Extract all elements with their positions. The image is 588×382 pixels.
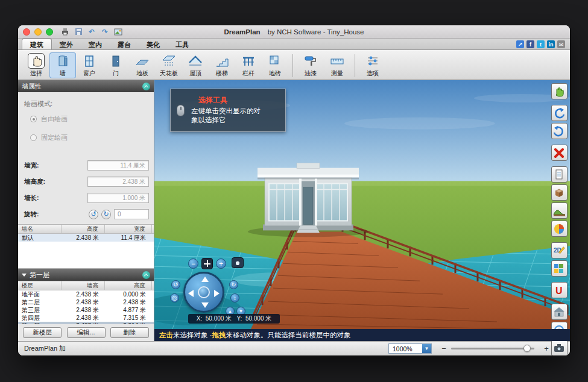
updown-arrow-icon: ↕ [233, 295, 236, 301]
tool-paint[interactable]: 油漆 [297, 52, 324, 78]
orbit-right-button[interactable] [551, 123, 567, 139]
texture-button[interactable] [551, 184, 567, 201]
radio-icon [30, 116, 37, 122]
arrow-right-icon[interactable] [214, 290, 220, 297]
arrow-up-icon[interactable] [201, 277, 209, 282]
radio-free-draw[interactable]: 自由绘画 [30, 114, 154, 124]
building-view-button[interactable] [551, 304, 567, 320]
zoom-slider[interactable] [451, 348, 534, 349]
facebook-button[interactable]: f [526, 40, 534, 48]
table-row[interactable]: 第四层 2.438 米 7.315 米 [18, 314, 154, 322]
arrow-down-icon[interactable] [201, 302, 209, 308]
delete-floor-button[interactable]: 删除 [110, 327, 149, 338]
undo-button[interactable]: ↶ [87, 27, 96, 36]
email-button[interactable]: ✉ [557, 40, 565, 48]
up-triangle-icon: ▲ [228, 309, 232, 313]
tab-deck[interactable]: 露台 [110, 39, 139, 49]
twitter-button[interactable]: t [537, 40, 545, 48]
plus-icon: + [219, 260, 223, 268]
collapse-panel-button[interactable] [142, 271, 150, 279]
zoom-window-button[interactable] [46, 28, 53, 36]
tool-window[interactable]: 窗户 [76, 52, 103, 78]
tool-door[interactable]: 门 [103, 52, 129, 78]
copy-button[interactable] [551, 166, 567, 183]
rotate-input[interactable] [114, 209, 149, 219]
screenshot-stage: ↶ ↷ DreamPlanby NCH Software - Tiny_Hous… [0, 0, 588, 382]
linkedin-button[interactable]: in [547, 40, 555, 48]
rotate-right-button[interactable]: ↻ [229, 280, 238, 289]
tool-floor[interactable]: 地板 [129, 52, 156, 78]
rotate-cw-button[interactable]: ↻ [101, 210, 111, 219]
app-window: ↶ ↷ DreamPlanby NCH Software - Tiny_Hous… [18, 25, 570, 355]
floppy-icon [75, 28, 83, 36]
viewport-3d[interactable]: 选择工具 左键单击突出显示的对 象以选择它 − + [154, 80, 570, 341]
tab-outdoor[interactable]: 室外 [52, 39, 81, 49]
undo-button[interactable]: U [551, 282, 567, 298]
rotate-left-button[interactable]: ↺ [171, 280, 180, 289]
camera-view-button[interactable] [232, 257, 244, 268]
pan-mode-button[interactable] [201, 258, 213, 269]
floors-col-wallheight[interactable]: 墙高 [62, 281, 105, 290]
tilt-button[interactable]: ↕ [230, 293, 239, 302]
floors-col-elevation[interactable]: 高度 [105, 281, 152, 290]
tool-tile[interactable]: 地砖 [262, 52, 288, 78]
tool-railing[interactable]: 栏杆 [235, 52, 262, 78]
camera-button[interactable] [551, 340, 567, 355]
orbit-button[interactable]: ◎ [170, 293, 179, 302]
redo-button[interactable]: ↷ [100, 27, 110, 36]
tab-building[interactable]: 建筑 [22, 39, 52, 49]
zoom-in-button[interactable]: + [216, 258, 226, 269]
save-button[interactable] [74, 27, 83, 36]
tab-interior[interactable]: 室内 [81, 39, 110, 49]
ceiling-icon [161, 54, 177, 68]
table-row[interactable]: 默认 2.438 米 11.4 厘米 [18, 234, 154, 242]
zoom-out-button[interactable]: − [188, 258, 198, 269]
compass-center-button[interactable] [198, 286, 210, 298]
new-floor-button[interactable]: 新楼层 [23, 327, 62, 338]
collapse-panel-button[interactable] [142, 83, 150, 90]
tab-landscaping[interactable]: 美化 [139, 39, 168, 49]
view-2d-button[interactable]: 2D [551, 242, 567, 258]
tool-measure[interactable]: 测量 [324, 52, 350, 78]
delete-button[interactable] [551, 145, 567, 161]
walls-col-name[interactable]: 墙名 [18, 225, 62, 233]
table-row[interactable]: 地平面 2.438 米 0.000 米 [18, 290, 154, 298]
rotate-ccw-button[interactable]: ↺ [89, 210, 98, 219]
tool-ceiling[interactable]: 天花板 [156, 52, 182, 78]
zoom-slider-plus[interactable]: + [543, 344, 550, 353]
minimize-window-button[interactable] [34, 28, 42, 36]
walls-col-height[interactable]: 高度 [62, 225, 105, 233]
table-row[interactable]: 第三层 2.438 米 4.877 米 [18, 306, 154, 314]
snapshot-button[interactable] [113, 27, 123, 36]
tool-options[interactable]: 选项 [359, 52, 386, 78]
print-button[interactable] [60, 27, 70, 36]
tool-wall[interactable]: 墙 [49, 52, 76, 78]
terrain-button[interactable] [551, 202, 567, 219]
radio-fixed-draw[interactable]: 固定绘画 [30, 133, 154, 142]
floor-panel-header: 第一层 [18, 269, 154, 281]
pan-tool-button[interactable] [551, 83, 567, 99]
chart-button[interactable] [551, 221, 567, 237]
table-row[interactable]: 第二层 2.438 米 2.438 米 [18, 298, 154, 306]
tab-tools[interactable]: 工具 [168, 39, 197, 49]
walls-col-width[interactable]: 宽度 [105, 225, 152, 233]
zoom-select[interactable]: 1000% ▼ [388, 343, 432, 354]
wall-length-input[interactable] [87, 193, 149, 203]
arrow-left-icon[interactable] [188, 290, 194, 297]
tool-stairs[interactable]: 楼梯 [209, 52, 235, 78]
collapse-triangle-icon[interactable] [22, 274, 27, 277]
share-button[interactable]: ↗ [516, 40, 524, 48]
plan-view-button[interactable] [551, 260, 567, 277]
tool-roof[interactable]: 屋顶 [182, 52, 209, 78]
floors-col-story[interactable]: 楼层 [18, 281, 62, 290]
wall-width-input[interactable] [87, 160, 149, 171]
edit-floor-button[interactable]: 编辑... [67, 327, 106, 338]
tool-select[interactable]: 选择 [23, 52, 49, 78]
zoom-slider-minus[interactable]: − [440, 344, 447, 353]
close-window-button[interactable] [23, 28, 30, 36]
undo-arrow-icon: ↶ [89, 28, 95, 36]
orbit-left-button[interactable] [551, 105, 567, 121]
zoom-slider-knob[interactable] [523, 345, 531, 352]
compass-control[interactable] [183, 272, 224, 313]
wall-height-input[interactable] [87, 177, 149, 187]
